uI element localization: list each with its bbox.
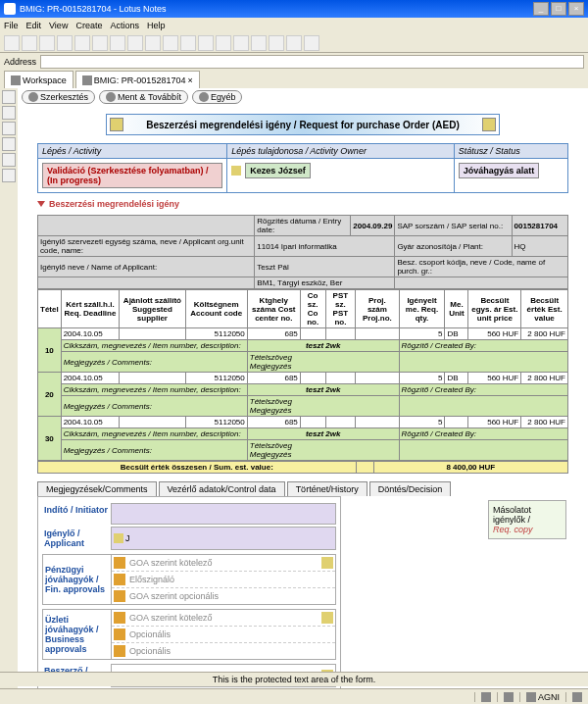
initiator-field[interactable]: [111, 503, 336, 525]
owner-value: Kezes József: [245, 163, 311, 178]
toolbar-btn[interactable]: [145, 35, 161, 51]
toolbar-btn[interactable]: [198, 35, 214, 51]
total-label: Becsült érték összesen / Sum. est. value…: [38, 462, 357, 474]
cell: [445, 417, 468, 428]
toolbar-btn[interactable]: [251, 35, 267, 51]
cell: 2004.10.05: [61, 328, 120, 340]
item-desc-label: Cikkszám, megnevezés / Item number, desc…: [61, 384, 247, 396]
entry-date-label: Rögzítés dátuma / Entry date:: [255, 216, 351, 236]
menu-edit[interactable]: Edit: [26, 21, 42, 30]
toolbar-btn[interactable]: [216, 35, 231, 51]
line-text: Opcionális: [129, 646, 171, 656]
th-qty: Igényelt me. Req. qty.: [399, 290, 445, 328]
panel-btn[interactable]: [2, 106, 16, 120]
panel-btn[interactable]: [2, 153, 16, 167]
total-value: 8 400,00 HUF: [373, 462, 567, 474]
toolbar-btn[interactable]: [269, 35, 284, 51]
delete-icon[interactable]: [321, 612, 333, 624]
menu-create[interactable]: Create: [75, 21, 102, 30]
toolbar-btn[interactable]: [74, 35, 90, 51]
tab-document[interactable]: BMIG: PR-0015281704 ×: [75, 71, 200, 88]
tab-close-icon[interactable]: ×: [187, 75, 192, 85]
toolbar-btn[interactable]: [92, 35, 108, 51]
action-edit[interactable]: Szerkesztés: [22, 90, 95, 104]
toolbar-btn[interactable]: [304, 35, 319, 51]
panel-btn[interactable]: [2, 122, 16, 135]
applicant-label: Igénylő neve / Name of Applicant:: [38, 257, 255, 277]
item-desc: teszt 2wk: [247, 384, 399, 396]
toolbar-btn[interactable]: [22, 35, 37, 51]
signal-icon: [526, 692, 536, 702]
sap-label: SAP sorszám / SAP serial no.:: [395, 216, 512, 236]
cell: 5: [399, 328, 445, 340]
minimize-button[interactable]: _: [533, 2, 549, 16]
close-button[interactable]: ×: [568, 2, 584, 16]
doc-icon: [82, 75, 92, 85]
info-table: Rögzítés dátuma / Entry date: 2004.09.29…: [37, 215, 568, 289]
form-title-text: Beszerzési megrendelési igény / Request …: [127, 120, 478, 130]
action-other[interactable]: Egyéb: [192, 90, 243, 104]
initiator-label: Indító / Initiator: [42, 503, 111, 525]
titlebar: BMIG: PR-0015281704 - Lotus Notes _ □ ×: [0, 0, 588, 18]
menu-actions[interactable]: Actions: [110, 21, 139, 30]
section-head[interactable]: Beszerzési megrendelési igény: [37, 199, 568, 209]
tab-workspace[interactable]: Workspace: [4, 71, 74, 88]
comment-content: Indító / Initiator Igénylő / Applicant J…: [37, 496, 341, 694]
th-proj: Proj. szám Proj.no.: [356, 290, 399, 328]
status-value: Jóváhagyás alatt: [459, 163, 540, 178]
action-save[interactable]: Ment & Továbbít: [99, 90, 188, 104]
applicant-field[interactable]: J: [111, 527, 336, 550]
th-tetel: Tétel: [38, 290, 62, 328]
toolbar-btn[interactable]: [110, 35, 125, 51]
toolbar-btn[interactable]: [57, 35, 73, 51]
total-table: Becsült érték összesen / Sum. est. value…: [37, 461, 568, 474]
text-cell: TételszövegMegjegyzés: [247, 396, 399, 417]
menu-file[interactable]: File: [4, 21, 19, 30]
panel-btn[interactable]: [2, 90, 16, 104]
item-desc-label: Cikkszám, megnevezés / Item number, desc…: [61, 428, 247, 440]
toolbar-btn[interactable]: [4, 35, 20, 51]
menu-help[interactable]: Help: [147, 21, 166, 30]
delete-icon[interactable]: [321, 557, 333, 569]
comment-tabs: Megjegyzések/Comments Vezérlő adatok/Con…: [37, 481, 568, 496]
action-label: Egyéb: [211, 92, 236, 102]
cell: 2 800 HUF: [521, 417, 568, 428]
item-desc: teszt 2wk: [247, 428, 399, 440]
cell: 2 800 HUF: [521, 373, 568, 384]
cell: DB: [445, 328, 468, 340]
approver-line: GOA szerint opcionális: [112, 588, 335, 604]
address-input[interactable]: [40, 55, 584, 69]
tab-history[interactable]: Történet/History: [287, 481, 368, 496]
created-label: Rögzítő / Created By:: [399, 428, 567, 440]
toolbar-btn[interactable]: [39, 35, 55, 51]
toolbar-btn[interactable]: [127, 35, 143, 51]
address-label: Address: [4, 57, 36, 67]
cell: 5: [399, 417, 445, 428]
maximize-button[interactable]: □: [551, 2, 566, 16]
flag-icon: [114, 645, 125, 657]
cell: 2004.10.05: [61, 373, 120, 384]
sap-value: 0015281704: [512, 216, 567, 236]
approver-line: Előszignáló: [112, 572, 335, 588]
comments-label: Megjegyzés / Comments:: [61, 396, 247, 417]
toolbar-btn[interactable]: [180, 35, 196, 51]
menu-view[interactable]: View: [49, 21, 68, 30]
toolbar-btn[interactable]: [286, 35, 302, 51]
toolbar-btn[interactable]: [163, 35, 178, 51]
panel-btn[interactable]: [2, 137, 16, 151]
panel-btn[interactable]: [2, 169, 16, 182]
text-cell: TételszövegMegjegyzés: [247, 440, 399, 461]
tab-comments[interactable]: Megjegyzések/Comments: [37, 481, 157, 496]
row-num: 10: [38, 328, 62, 373]
form-title: Beszerzési megrendelési igény / Request …: [106, 114, 500, 135]
tab-decision[interactable]: Döntés/Decision: [369, 481, 452, 496]
side-copy: Másolatot igénylők / Req. copy: [488, 500, 566, 539]
purch-value: BM1, Tárgyi eszköz, Ber: [255, 277, 395, 289]
cell: 685: [247, 373, 300, 384]
pencil-icon: [482, 118, 496, 131]
toolbar-btn[interactable]: [233, 35, 249, 51]
tab-control[interactable]: Vezérlő adatok/Control data: [159, 481, 285, 496]
status-icon: [572, 692, 582, 702]
line-text: Előszignáló: [129, 575, 174, 584]
approver-line: GOA szerint kötelező: [112, 555, 335, 572]
